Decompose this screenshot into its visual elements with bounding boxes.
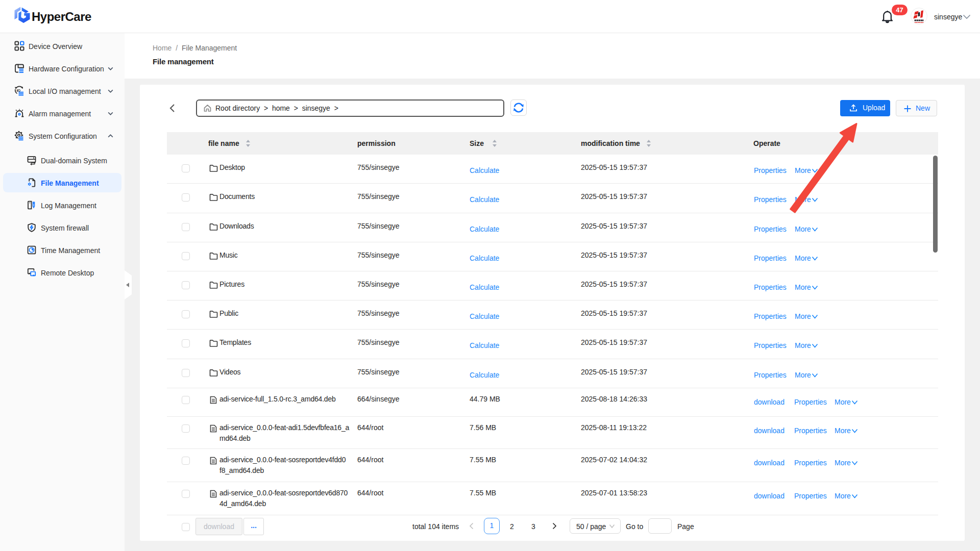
svg-text:I/O: I/O — [17, 89, 20, 92]
